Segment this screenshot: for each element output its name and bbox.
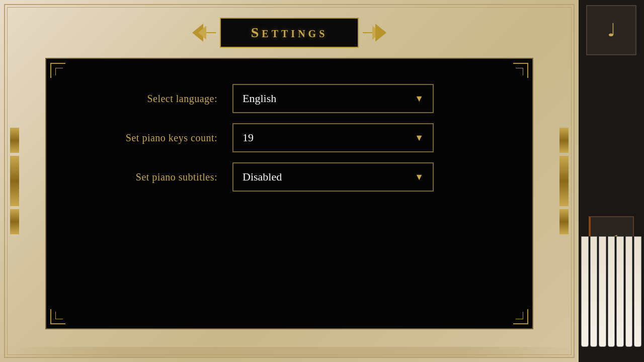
piano-subtitles-dropdown[interactable]: Disabled ▼ xyxy=(232,162,434,192)
piano-white-key-4 xyxy=(608,236,615,347)
inner-corner-bottom-left xyxy=(55,312,63,319)
piano-subtitles-dropdown-wrapper[interactable]: Disabled ▼ xyxy=(232,162,434,192)
main-area: Settings S xyxy=(0,0,579,362)
piano-keys-display xyxy=(579,236,644,362)
deco-bar-top-left xyxy=(10,128,19,153)
settings-panel: Select language: English ▼ Set piano key… xyxy=(45,58,533,329)
piano-white-key-7 xyxy=(634,236,641,347)
settings-container: Select language: English ▼ Set piano key… xyxy=(66,74,512,202)
deco-bar-mid-right xyxy=(559,156,569,206)
language-dropdown-wrapper[interactable]: English ▼ xyxy=(232,84,434,113)
music-book-button[interactable]: ♩ xyxy=(586,5,636,55)
deco-bar-bot-right xyxy=(559,209,569,234)
piano-white-key-2 xyxy=(590,236,598,347)
right-panel-decoration xyxy=(559,128,569,234)
language-value: English xyxy=(243,92,276,105)
piano-keys-dropdown-wrapper[interactable]: 19 ▼ xyxy=(232,123,434,152)
page-title: Settings xyxy=(251,25,328,40)
right-sidebar: ♩ ◁ xyxy=(579,0,644,362)
piano-keys-row: Set piano keys count: 19 ▼ xyxy=(76,123,502,152)
piano-subtitles-row: Set piano subtitles: Disabled ▼ xyxy=(76,162,502,192)
bottom-decoration xyxy=(0,347,579,357)
music-note-icon: ♩ xyxy=(607,20,616,41)
piano-white-key-3 xyxy=(599,236,606,347)
inner-corner-top-right xyxy=(516,68,523,75)
title-box: Settings xyxy=(220,18,359,48)
inner-corner-bottom-right xyxy=(516,312,523,319)
language-label: Select language: xyxy=(76,93,217,105)
piano-white-key-5 xyxy=(616,236,624,347)
piano-subtitles-label: Set piano subtitles: xyxy=(76,171,217,183)
piano-keys-value: 19 xyxy=(243,131,254,144)
language-dropdown[interactable]: English ▼ xyxy=(232,84,434,113)
deco-bar-top-right xyxy=(559,128,569,153)
piano-white-key-1 xyxy=(581,236,589,347)
inner-corner-top-left xyxy=(55,68,63,75)
deco-bar-mid-left xyxy=(10,156,19,206)
left-panel-decoration xyxy=(10,128,19,234)
piano-keys-dropdown[interactable]: 19 ▼ xyxy=(232,123,434,152)
title-banner: Settings xyxy=(197,18,382,48)
piano-white-key-6 xyxy=(625,236,633,347)
piano-subtitles-value: Disabled xyxy=(243,170,282,184)
piano-keys-dropdown-arrow: ▼ xyxy=(415,133,424,142)
language-dropdown-arrow: ▼ xyxy=(415,94,424,103)
deco-bar-bot-left xyxy=(10,209,19,234)
piano-keys-label: Set piano keys count: xyxy=(76,132,217,144)
language-row: Select language: English ▼ xyxy=(76,84,502,113)
piano-subtitles-dropdown-arrow: ▼ xyxy=(415,172,424,182)
